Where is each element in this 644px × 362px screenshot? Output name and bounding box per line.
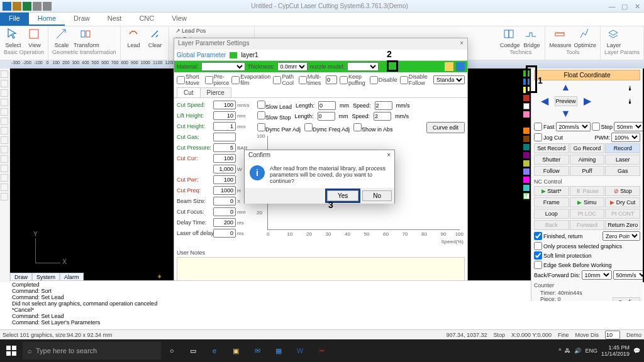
clear-button[interactable]: Clear [146, 28, 165, 48]
status-move[interactable]: Move Dis [575, 332, 599, 338]
aiming-button[interactable]: Aiming [570, 155, 605, 165]
tray-date[interactable]: 11/14/2019 [601, 351, 630, 357]
color-swatch[interactable] [523, 160, 530, 167]
tray-vol-icon[interactable]: 🔊 [574, 348, 581, 354]
optimize-button[interactable]: Optimize [574, 28, 596, 48]
close-icon[interactable]: ✕ [633, 3, 641, 10]
confirm-close-icon[interactable]: × [387, 151, 391, 160]
select-button[interactable]: Select [4, 28, 23, 48]
tab-cnc[interactable]: CNC [130, 13, 163, 26]
app-icon[interactable]: ▦ [268, 339, 289, 362]
qat-redo-icon[interactable] [43, 2, 52, 11]
bfspeed-select[interactable]: 50mm/s [613, 270, 643, 280]
start-button[interactable]: ▶ Start* [534, 186, 569, 196]
global-param-tab[interactable]: Global Parameter [177, 52, 226, 58]
color-swatch[interactable] [523, 185, 530, 191]
tray-net-icon[interactable]: 🖧 [565, 348, 570, 354]
arrow-down-icon[interactable]: ▼ [560, 108, 572, 121]
fast-checkbox[interactable] [534, 123, 542, 131]
loop-button[interactable]: Loop [534, 209, 569, 219]
curveedit-button[interactable]: Curve edit [426, 122, 465, 133]
focus-input[interactable] [213, 207, 236, 216]
edge-checkbox[interactable] [534, 261, 542, 269]
standard-select[interactable]: Standard [433, 75, 465, 84]
evap-checkbox[interactable] [231, 76, 240, 84]
float-coord-tab[interactable]: Float Coordinate [534, 70, 640, 80]
taskview-icon[interactable]: ▭ [182, 339, 204, 362]
transform-button[interactable]: Transform [74, 28, 99, 48]
dialog-close-icon[interactable]: × [460, 40, 464, 48]
material-select[interactable] [201, 62, 245, 71]
tray-time[interactable]: 1:45 PM [601, 344, 630, 351]
tool-icon[interactable] [1, 70, 8, 78]
finished-checkbox[interactable] [534, 232, 542, 240]
multi-input[interactable] [326, 75, 337, 84]
disablef-checkbox[interactable] [400, 76, 408, 84]
pathcool-checkbox[interactable] [273, 76, 281, 84]
ptcont-button[interactable]: Pt CONT [605, 209, 640, 219]
tool-icon[interactable] [1, 193, 8, 200]
maximize-icon[interactable]: ▢ [620, 3, 629, 10]
cortana-icon[interactable]: ○ [161, 339, 182, 362]
status-moveval[interactable] [605, 331, 620, 339]
file-menu[interactable]: File [0, 13, 29, 26]
gauge-icon[interactable]: 🌡 [627, 85, 633, 92]
record-button[interactable]: Record [605, 143, 640, 153]
color-swatch[interactable] [523, 128, 530, 134]
color-swatch[interactable] [523, 168, 530, 175]
prep-checkbox[interactable] [205, 76, 213, 84]
tool-icon[interactable] [1, 136, 8, 144]
tool-icon[interactable] [1, 118, 8, 125]
delay-input[interactable] [213, 218, 236, 227]
lift-input[interactable] [213, 111, 236, 120]
laseroff-input[interactable] [213, 229, 236, 238]
cur-input[interactable] [213, 154, 236, 163]
press-input[interactable] [213, 143, 236, 152]
color-swatch[interactable] [523, 177, 530, 183]
tool-icon[interactable] [1, 174, 8, 182]
fast-select[interactable]: 20mm/s [556, 122, 591, 131]
no-button[interactable]: No [362, 190, 392, 201]
pause-button[interactable]: ⏸ Pause [570, 186, 605, 196]
only-checkbox[interactable] [534, 242, 542, 250]
qat-save-icon[interactable] [13, 2, 21, 11]
thickness-select[interactable]: 0.0mm [277, 62, 308, 71]
color-swatch[interactable]: T [523, 193, 530, 199]
follow-button[interactable]: Follow [534, 166, 569, 176]
leadpos-button[interactable]: ↗ Lead Pos [173, 27, 250, 35]
arrow-right-icon[interactable]: ▶ [581, 95, 594, 107]
ptloc-button[interactable]: Pt LOC [570, 209, 605, 219]
step-checkbox[interactable] [592, 123, 600, 131]
scale-button[interactable]: Scale [52, 28, 71, 48]
tray-lang[interactable]: ENG [585, 348, 597, 354]
layer-button[interactable]: Layer [604, 28, 623, 48]
gorecord-button[interactable]: Go Record [570, 143, 605, 153]
pierce-tab[interactable]: Pierce [200, 87, 231, 97]
slowstop-checkbox[interactable] [257, 111, 265, 119]
color-swatch[interactable] [523, 103, 530, 109]
gas-button[interactable]: Gas [605, 166, 640, 176]
bridge-button[interactable]: Bridge [522, 28, 541, 48]
layer1-swatch[interactable] [230, 52, 237, 58]
forward-button[interactable]: Forward [570, 220, 605, 230]
shutter-button[interactable]: Shutter [534, 155, 569, 165]
jog-checkbox[interactable] [534, 133, 542, 141]
laser-button[interactable]: Laser [605, 155, 640, 165]
color-swatch[interactable] [523, 144, 530, 150]
tab-draw[interactable]: Draw [65, 13, 99, 26]
edge-icon[interactable]: e [204, 339, 225, 362]
status-fine[interactable]: Fine [558, 332, 569, 338]
tool-icon[interactable] [1, 108, 8, 116]
tray-notif-icon[interactable]: 💬 [633, 348, 640, 354]
back-button[interactable]: Back [534, 220, 569, 230]
arrow-left-icon[interactable]: ◀ [538, 95, 551, 107]
softlimit-checkbox[interactable] [534, 251, 542, 260]
stop-button[interactable]: ⊘ Stop [605, 186, 640, 196]
import-icon[interactable] [445, 62, 453, 71]
beam-input[interactable] [213, 197, 236, 206]
zeropoint-select[interactable]: Zero Point [602, 231, 640, 241]
puff-button[interactable]: Puff [570, 166, 605, 176]
start-button[interactable] [0, 339, 23, 362]
save-icon[interactable] [456, 62, 465, 71]
mail-icon[interactable]: ✉ [247, 339, 268, 362]
